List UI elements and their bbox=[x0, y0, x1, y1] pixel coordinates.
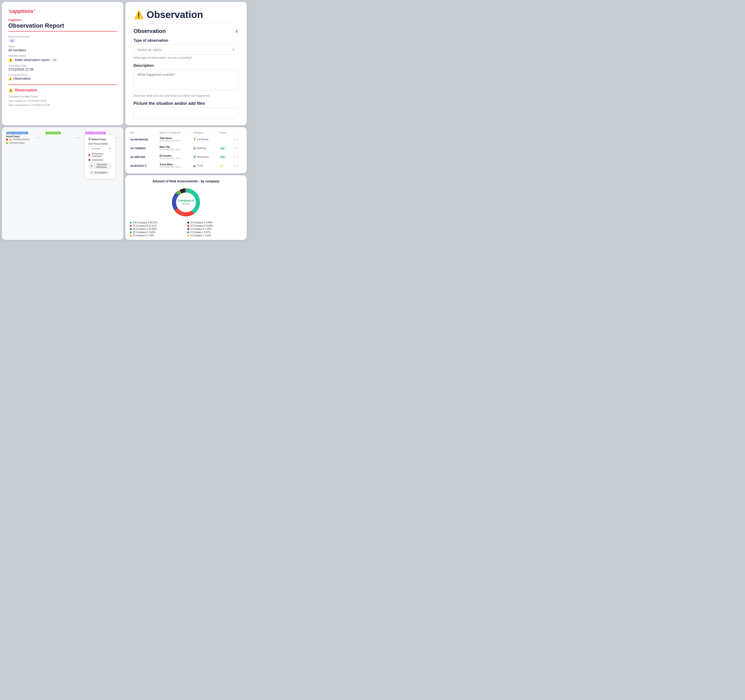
add-icon[interactable]: + bbox=[237, 164, 238, 167]
asset-name: Excavator bbox=[160, 154, 190, 157]
legend-grid: 126 Company A 36.52% 20 Company F 5.80% … bbox=[130, 221, 242, 237]
legend-item: 3 Company I 0.87% bbox=[187, 231, 242, 234]
asset-date: December 8th, 2024 bbox=[160, 157, 190, 160]
legend-dot-g bbox=[187, 225, 189, 227]
gen-date-label: Generation Date bbox=[8, 64, 117, 67]
asset-table-card: NS Name / Created At Category Status AA-… bbox=[125, 127, 247, 173]
legend-dot-e bbox=[130, 235, 132, 237]
legend-item: 24 Company G 6.96% bbox=[187, 225, 242, 227]
selected-asset: Selected Asset bbox=[9, 142, 25, 144]
legend-dot-j bbox=[187, 235, 189, 237]
workflow-canvas: ASSET INPUT D46DC1 Asset Input Workflow … bbox=[6, 132, 119, 205]
observation-form-card: ⚠️ Observation Observation ∧ Type of obs… bbox=[125, 2, 247, 125]
role-responsibility-label: Role Responsibility bbox=[88, 142, 112, 145]
asset-name: Truck-Blue bbox=[160, 163, 190, 166]
set-deadline-btn[interactable]: ⏱ Set Deadline bbox=[88, 170, 109, 175]
workflow-begins: Workflow begins bbox=[13, 138, 30, 141]
team-label: Team bbox=[8, 45, 117, 48]
wf-node-fill-form: FILL A FORM E683F7 ☰ Select Form Role Re… bbox=[85, 132, 111, 179]
legend-dot-a bbox=[130, 222, 132, 223]
start-badge: START 58C925 bbox=[46, 132, 61, 134]
category-certificate: 🏅 Certificate bbox=[193, 138, 216, 141]
col-name: Name / Created At bbox=[158, 130, 192, 135]
legend-item: 69 Company C 20.00% bbox=[130, 228, 185, 230]
col-ns: NS bbox=[129, 130, 158, 135]
action-icons: ✎+ bbox=[233, 156, 242, 159]
category-truck: 🚛 Truck bbox=[193, 164, 216, 167]
asset-id: AA-Y0Q9E94Z bbox=[130, 147, 146, 150]
connector-line-3: —— bbox=[115, 136, 119, 139]
desc-textarea[interactable] bbox=[133, 69, 238, 90]
category-building: 🏢 Building bbox=[193, 147, 216, 150]
edit-icon[interactable]: ✎ bbox=[233, 156, 236, 159]
status-badge-on: On bbox=[219, 147, 226, 150]
legend-label-g: 24 Company G 6.96% bbox=[190, 225, 213, 227]
desc-label: Description bbox=[133, 64, 238, 68]
col-actions bbox=[232, 130, 243, 135]
asset-date: December 8th, 2024 bbox=[160, 166, 190, 168]
donut-center-pct: 36.52% bbox=[182, 202, 190, 205]
report-main-title: Observation Report bbox=[8, 22, 117, 31]
legend-label-b: 78 Company B 22.61% bbox=[133, 225, 157, 227]
add-icon[interactable]: + bbox=[237, 138, 238, 141]
edit-icon[interactable]: ✎ bbox=[233, 138, 236, 141]
desc-hint: Describe what you see and what you think… bbox=[133, 94, 238, 97]
edit-icon[interactable]: ✎ bbox=[233, 164, 236, 167]
dot-resp bbox=[88, 154, 90, 156]
completed-forms-icon: ⚠️ bbox=[8, 77, 12, 80]
col-category: Category bbox=[192, 130, 218, 135]
workflow-name: Make observation report bbox=[15, 58, 49, 62]
legend-label-i: 3 Company I 0.87% bbox=[190, 231, 211, 234]
fill-form-panel: ☰ Select Form Role Responsibility Assess… bbox=[85, 135, 115, 179]
connector-line-1: —— bbox=[36, 136, 42, 139]
legend-item: 4 Company E 1.16% bbox=[130, 234, 185, 237]
legend-label-j: 4 Company J 1.16% bbox=[190, 234, 211, 237]
workflow-row: ASSET INPUT D46DC1 Asset Input Workflow … bbox=[6, 132, 119, 192]
obs-section: ⚠️ Observation Completed by Mark Smyth T… bbox=[8, 84, 117, 107]
status-badge-warn: ! bbox=[219, 164, 223, 168]
legend-dot-h bbox=[187, 228, 189, 230]
action-icons: ✎+ bbox=[233, 138, 242, 141]
completed-forms-value: Observation bbox=[13, 77, 31, 80]
type-dropdown[interactable]: Select an option ∨ bbox=[133, 45, 238, 55]
workflow-label: Workflow Name bbox=[8, 54, 117, 57]
obs-header-icon: ⚠️ bbox=[133, 10, 144, 19]
legend-label-a: 126 Company A 36.52% bbox=[133, 221, 157, 224]
table-row: AA-MYGOZY U Truck-Blue December 8th, 202… bbox=[129, 162, 243, 170]
chevron-up-icon[interactable]: ∧ bbox=[235, 28, 238, 34]
assessor-dropdown[interactable]: Assessor bbox=[88, 146, 112, 151]
connector-line-2: —— bbox=[75, 136, 81, 139]
dot1 bbox=[6, 139, 8, 141]
obs-warn-icon: ⚠️ bbox=[8, 88, 13, 93]
edit-icon[interactable]: ✎ bbox=[233, 147, 236, 150]
workflow-card: ASSET INPUT D46DC1 Asset Input Workflow … bbox=[2, 127, 123, 240]
picture-dropzone[interactable] bbox=[133, 108, 238, 119]
asset-name: Main HQ bbox=[160, 145, 190, 148]
dot2 bbox=[9, 139, 12, 141]
wf-node-asset-input: ASSET INPUT D46DC1 Asset Input Workflow … bbox=[6, 132, 31, 145]
legend-item: 4 Company J 1.16% bbox=[187, 234, 242, 237]
table-row: AA-Y0Q9E94Z Main HQ December 8th, 2024 🏢… bbox=[129, 144, 243, 153]
bottom-right: NS Name / Created At Category Status AA-… bbox=[125, 127, 247, 240]
version-badge: v4 bbox=[51, 58, 58, 61]
obs-section-header: Observation ∧ bbox=[133, 28, 238, 34]
extensions-row: Extensions bbox=[88, 159, 112, 161]
add-icon[interactable]: + bbox=[237, 156, 238, 159]
legend-label-f: 20 Company F 5.80% bbox=[190, 221, 212, 224]
table-row: AA-HNYWOCKD Title Deed December 8th, 202… bbox=[129, 135, 243, 144]
legend-dot-c bbox=[130, 228, 132, 230]
asset-input-title: Asset Input bbox=[6, 135, 20, 138]
clock-icon: ⏱ bbox=[91, 171, 93, 174]
dismissal-behaviour-btn[interactable]: ⚙ Dismissal Behaviour bbox=[88, 162, 112, 169]
add-icon[interactable]: + bbox=[237, 147, 238, 150]
legend-item: 5 Company H 1.45% bbox=[187, 228, 242, 230]
legend-label-c: 69 Company C 20.00% bbox=[133, 228, 157, 230]
asset-id: AA-X5BYUAK bbox=[130, 156, 145, 159]
dot3 bbox=[6, 142, 8, 144]
obs-task-completed: Task completed on 17/12/2024 22:38. bbox=[8, 103, 117, 107]
fill-form-badge: FILL A FORM E683F7 bbox=[85, 132, 106, 134]
legend-item: 20 Company F 5.80% bbox=[187, 221, 242, 224]
obs-form-header: ⚠️ Observation bbox=[133, 9, 238, 24]
gear-icon: ⚙ bbox=[91, 165, 93, 167]
legend-dot-f bbox=[187, 222, 189, 223]
